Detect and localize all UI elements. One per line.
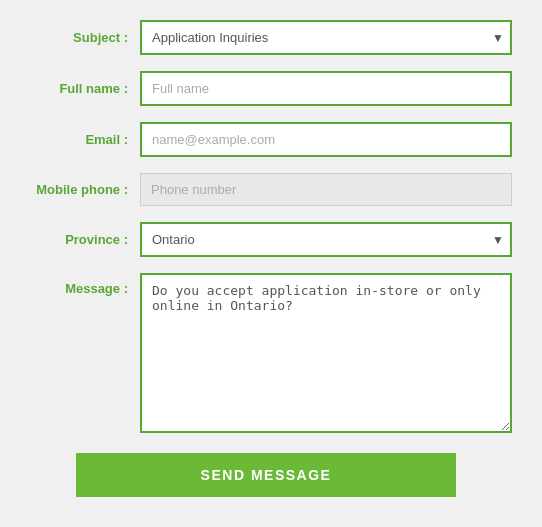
subject-select-wrapper: Application Inquiries General Inquiry Te… xyxy=(140,20,512,55)
email-input[interactable] xyxy=(140,122,512,157)
province-select[interactable]: Ontario British Columbia Alberta Quebec … xyxy=(140,222,512,257)
mobile-phone-input[interactable] xyxy=(140,173,512,206)
contact-form: Subject : Application Inquiries General … xyxy=(0,0,542,527)
message-label: Message : xyxy=(20,273,140,296)
subject-select[interactable]: Application Inquiries General Inquiry Te… xyxy=(140,20,512,55)
send-message-button[interactable]: SEND MESSAGE xyxy=(76,453,456,497)
message-textarea[interactable]: Do you accept application in-store or on… xyxy=(140,273,512,433)
subject-row: Subject : Application Inquiries General … xyxy=(20,20,512,55)
mobile-phone-label: Mobile phone : xyxy=(20,182,140,197)
fullname-row: Full name : xyxy=(20,71,512,106)
email-row: Email : xyxy=(20,122,512,157)
fullname-input[interactable] xyxy=(140,71,512,106)
province-row: Province : Ontario British Columbia Albe… xyxy=(20,222,512,257)
send-button-row: SEND MESSAGE xyxy=(20,453,512,497)
fullname-label: Full name : xyxy=(20,81,140,96)
province-select-wrapper: Ontario British Columbia Alberta Quebec … xyxy=(140,222,512,257)
province-label: Province : xyxy=(20,232,140,247)
subject-label: Subject : xyxy=(20,30,140,45)
mobile-phone-row: Mobile phone : xyxy=(20,173,512,206)
message-row: Message : Do you accept application in-s… xyxy=(20,273,512,433)
email-label: Email : xyxy=(20,132,140,147)
